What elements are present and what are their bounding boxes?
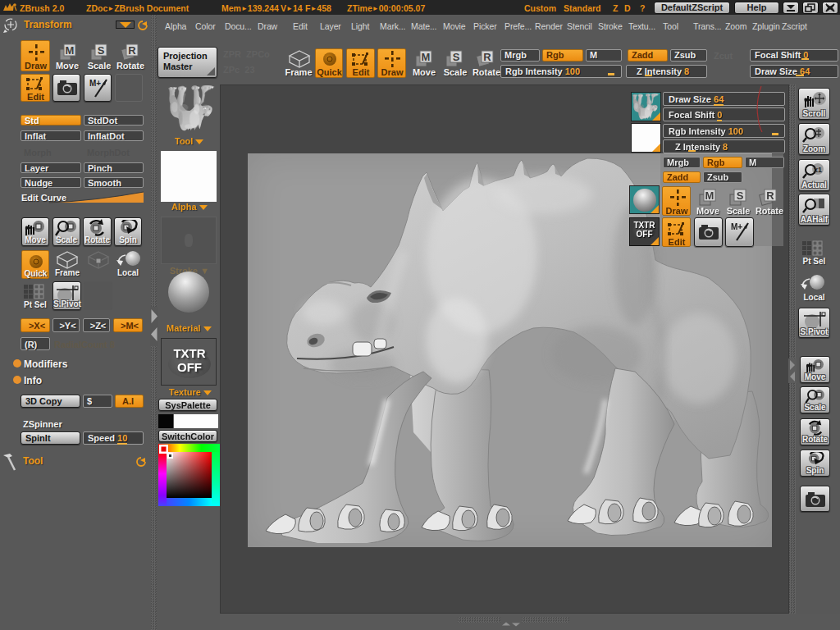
svg-text:S: S	[98, 44, 105, 57]
svg-text:M: M	[422, 51, 431, 63]
svg-text:R: R	[483, 51, 491, 63]
svg-text:R: R	[128, 44, 136, 57]
svg-text:M: M	[705, 189, 714, 202]
svg-text:S: S	[453, 51, 460, 63]
svg-text:M+: M+	[89, 79, 101, 88]
svg-text:M+: M+	[731, 222, 742, 231]
svg-text:R: R	[766, 189, 774, 202]
svg-text:S: S	[737, 189, 744, 202]
svg-text:M: M	[66, 44, 75, 57]
